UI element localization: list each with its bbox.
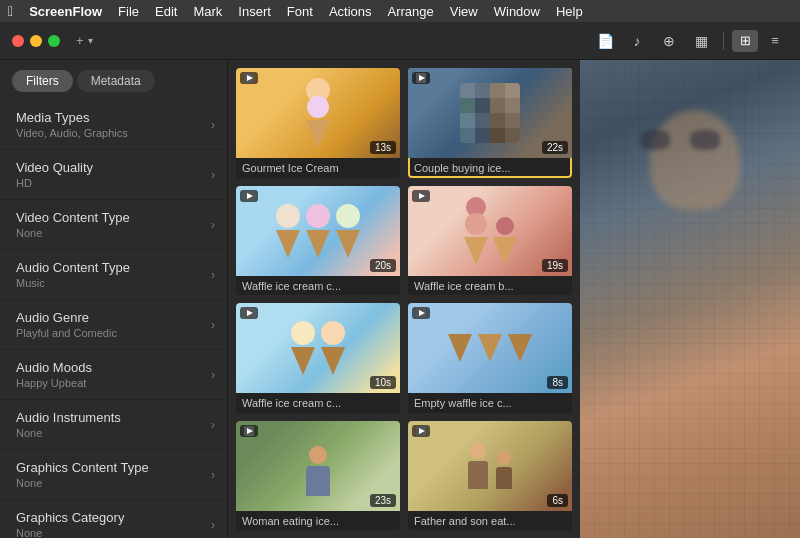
woman-preview xyxy=(293,436,343,496)
sidebar-item-video-content-type[interactable]: Video Content Type None › xyxy=(0,200,227,250)
sidebar-item-media-types[interactable]: Media Types Video, Audio, Graphics › xyxy=(0,100,227,150)
media-label-2: Couple buying ice... xyxy=(408,158,572,178)
waffle-preview-3 xyxy=(276,204,360,258)
titlebar: + ▾ 📄 ♪ ⊕ ▦ ⊞ ≡ xyxy=(0,22,800,60)
media-badge-4 xyxy=(412,190,430,202)
sidebar-item-audio-content-type[interactable]: Audio Content Type Music › xyxy=(0,250,227,300)
media-label-6: Empty waffle ice c... xyxy=(408,393,572,413)
filter-tabs: Filters Metadata xyxy=(0,60,227,100)
content-area: 13s Gourmet Ice Cream xyxy=(228,60,580,538)
media-thumb-7: 23s xyxy=(236,421,400,511)
add-icon: + xyxy=(76,33,84,48)
waffle-preview-4 xyxy=(464,197,517,265)
sidebar-item-video-quality[interactable]: Video Quality HD › xyxy=(0,150,227,200)
media-badge-5 xyxy=(240,307,258,319)
chevron-icon: › xyxy=(211,268,215,282)
media-thumb-3: 20s xyxy=(236,186,400,276)
chevron-icon: › xyxy=(211,168,215,182)
duration-badge-2: 22s xyxy=(542,141,568,154)
media-item-3[interactable]: 20s Waffle ice cream c... xyxy=(236,186,400,296)
media-label-3: Waffle ice cream c... xyxy=(236,276,400,296)
duration-badge-8: 6s xyxy=(547,494,568,507)
duration-badge-7: 23s xyxy=(370,494,396,507)
media-label-8: Father and son eat... xyxy=(408,511,572,531)
traffic-lights xyxy=(12,35,60,47)
menubar-font[interactable]: Font xyxy=(283,4,317,19)
media-item-8[interactable]: 6s Father and son eat... xyxy=(408,421,572,531)
view-grid-button[interactable]: ⊞ xyxy=(732,30,758,52)
media-badge-7 xyxy=(240,425,258,437)
duration-badge-4: 19s xyxy=(542,259,568,272)
menubar-actions[interactable]: Actions xyxy=(325,4,376,19)
chevron-icon: › xyxy=(211,118,215,132)
maximize-button[interactable] xyxy=(48,35,60,47)
menubar-file[interactable]: File xyxy=(114,4,143,19)
media-grid: 13s Gourmet Ice Cream xyxy=(228,60,580,538)
add-chevron: ▾ xyxy=(88,35,93,46)
toolbar-doc-icon[interactable]: 📄 xyxy=(591,29,619,53)
media-label-4: Waffle ice cream b... xyxy=(408,276,572,296)
toolbar-icons: 📄 ♪ ⊕ ▦ ⊞ ≡ xyxy=(591,29,788,53)
preview-bg xyxy=(580,60,800,538)
father-son-preview xyxy=(468,443,512,489)
menubar-app-name[interactable]: ScreenFlow xyxy=(25,4,106,19)
toolbar-divider xyxy=(723,32,724,50)
media-thumb-2: 22s xyxy=(408,68,572,158)
chevron-icon: › xyxy=(211,518,215,532)
media-item-2[interactable]: 22s Couple buying ice... xyxy=(408,68,572,178)
duration-badge-6: 8s xyxy=(547,376,568,389)
apple-logo:  xyxy=(8,3,13,19)
couple-preview xyxy=(460,83,520,143)
minimize-button[interactable] xyxy=(30,35,42,47)
media-badge-2 xyxy=(412,72,430,84)
main-layout: Filters Metadata Media Types Video, Audi… xyxy=(0,60,800,538)
menubar-arrange[interactable]: Arrange xyxy=(384,4,438,19)
tab-metadata[interactable]: Metadata xyxy=(77,70,155,92)
sidebar-item-graphics-content-type[interactable]: Graphics Content Type None › xyxy=(0,450,227,500)
toolbar-globe-icon[interactable]: ⊕ xyxy=(655,29,683,53)
media-badge-1 xyxy=(240,72,258,84)
sidebar: Filters Metadata Media Types Video, Audi… xyxy=(0,60,228,538)
preview-image xyxy=(580,60,800,538)
media-badge-6 xyxy=(412,307,430,319)
chevron-icon: › xyxy=(211,418,215,432)
chevron-icon: › xyxy=(211,318,215,332)
view-list-button[interactable]: ≡ xyxy=(762,30,788,52)
duration-badge-5: 10s xyxy=(370,376,396,389)
media-thumb-8: 6s xyxy=(408,421,572,511)
tab-filters[interactable]: Filters xyxy=(12,70,73,92)
duration-badge-3: 20s xyxy=(370,259,396,272)
menubar-mark[interactable]: Mark xyxy=(189,4,226,19)
media-item-1[interactable]: 13s Gourmet Ice Cream xyxy=(236,68,400,178)
media-label-7: Woman eating ice... xyxy=(236,511,400,531)
media-item-5[interactable]: 10s Waffle ice cream c... xyxy=(236,303,400,413)
menubar-window[interactable]: Window xyxy=(490,4,544,19)
waffle-preview-5 xyxy=(291,321,345,375)
menubar-edit[interactable]: Edit xyxy=(151,4,181,19)
sidebar-item-audio-genre[interactable]: Audio Genre Playful and Comedic › xyxy=(0,300,227,350)
sidebar-item-audio-instruments[interactable]: Audio Instruments None › xyxy=(0,400,227,450)
media-thumb-5: 10s xyxy=(236,303,400,393)
chevron-icon: › xyxy=(211,368,215,382)
chevron-icon: › xyxy=(211,218,215,232)
media-item-7[interactable]: 23s Woman eating ice... xyxy=(236,421,400,531)
sidebar-item-audio-moods[interactable]: Audio Moods Happy Upbeat › xyxy=(0,350,227,400)
close-button[interactable] xyxy=(12,35,24,47)
menubar-insert[interactable]: Insert xyxy=(234,4,275,19)
toolbar-grid-icon[interactable]: ▦ xyxy=(687,29,715,53)
menubar-help[interactable]: Help xyxy=(552,4,587,19)
face-shape xyxy=(630,80,790,520)
media-thumb-1: 13s xyxy=(236,68,400,158)
menubar-view[interactable]: View xyxy=(446,4,482,19)
media-thumb-6: 8s xyxy=(408,303,572,393)
media-item-6[interactable]: 8s Empty waffle ice c... xyxy=(408,303,572,413)
media-item-4[interactable]: 19s Waffle ice cream b... xyxy=(408,186,572,296)
media-thumb-4: 19s xyxy=(408,186,572,276)
sidebar-item-graphics-category[interactable]: Graphics Category None › xyxy=(0,500,227,538)
toolbar-music-icon[interactable]: ♪ xyxy=(623,29,651,53)
menubar:  ScreenFlow File Edit Mark Insert Font … xyxy=(0,0,800,22)
add-button[interactable]: + ▾ xyxy=(76,33,93,48)
icecream-icon xyxy=(306,78,330,148)
waffle-preview-6 xyxy=(448,334,532,362)
media-badge-8 xyxy=(412,425,430,437)
